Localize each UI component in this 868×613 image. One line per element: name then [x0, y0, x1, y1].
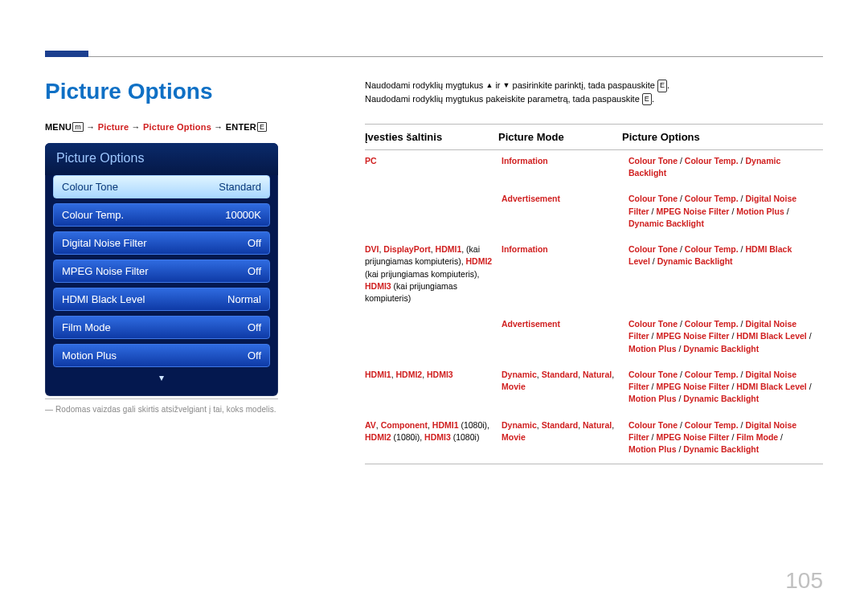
table-cell-source: DVI, DisplayPort, HDMI1, (kai prijungiam…: [365, 243, 502, 304]
table-row: HDMI1, HDMI2, HDMI3Dynamic, Standard, Na…: [365, 363, 823, 414]
page: Picture Options MENUm → Picture → Pictur…: [0, 0, 868, 613]
table-cell-mode: Information: [502, 155, 628, 179]
table-cell-token: Colour Temp.: [685, 194, 739, 203]
table-cell-token: HDMI Black Level: [736, 331, 807, 341]
table-cell-token: HDMI1: [432, 420, 459, 430]
table-cell-token: HDMI1: [436, 244, 462, 254]
table-cell-options: Colour Tone / Colour Temp. / HDMI Black …: [628, 243, 820, 304]
table-row: AdvertisementColour Tone / Colour Temp. …: [365, 187, 823, 238]
osd-row[interactable]: Digital Noise FilterOff: [53, 231, 270, 255]
table-cell-token: Colour Temp.: [685, 156, 739, 166]
table-cell-token: HDMI Black Level: [736, 382, 807, 391]
table-cell-token: Dynamic: [502, 370, 537, 379]
table-cell-token: (1080i),: [459, 420, 490, 430]
table-cell-token: Information: [502, 244, 548, 254]
table-cell-mode: Dynamic, Standard, Natural, Movie: [502, 419, 628, 456]
intro-text-part: Naudodami rodyklių mygtukus: [365, 80, 485, 90]
breadcrumb-arrow: →: [132, 122, 143, 132]
osd-row-value: Normal: [227, 293, 261, 305]
osd-row[interactable]: MPEG Noise FilterOff: [53, 260, 270, 283]
table-cell-token: Motion Plus: [628, 394, 677, 403]
options-table: Įvesties šaltinis Picture Mode Picture O…: [365, 124, 823, 464]
table-cell-source: PC: [365, 155, 502, 179]
table-cell-token: Dynamic Backlight: [683, 444, 759, 454]
table-cell-token: AV: [365, 420, 376, 430]
table-cell-token: ,: [612, 420, 614, 430]
table-cell-token: (1080i): [451, 432, 480, 442]
page-number: 105: [785, 568, 823, 594]
table-cell-token: Motion Plus: [628, 444, 677, 454]
table-cell-token: Colour Tone: [628, 156, 678, 166]
table-cell-token: Film Mode: [736, 432, 778, 442]
table-cell-options: Colour Tone / Colour Temp. / Digital Noi…: [628, 318, 820, 355]
table-cell-token: Colour Tone: [628, 194, 678, 203]
table-cell-token: (1080i),: [391, 432, 424, 442]
osd-row[interactable]: Colour ToneStandard: [53, 175, 270, 198]
table-cell-source: HDMI1, HDMI2, HDMI3: [365, 369, 502, 406]
osd-row-value: Off: [248, 321, 261, 333]
table-cell-mode: Advertisement: [502, 318, 628, 355]
left-separator: [45, 398, 278, 399]
enter-icon: E: [642, 93, 652, 106]
footnote: Rodomas vaizdas gali skirtis atsižvelgia…: [45, 405, 276, 414]
enter-icon: E: [657, 80, 667, 92]
page-heading: Picture Options: [45, 79, 212, 104]
table-cell-token: /: [677, 344, 684, 353]
table-cell-token: Motion Plus: [736, 206, 784, 216]
table-cell-token: Colour Temp.: [685, 319, 739, 329]
osd-row-label: Colour Temp.: [62, 209, 124, 221]
table-cell-token: /: [807, 331, 812, 341]
osd-row-label: Motion Plus: [62, 349, 117, 362]
table-cell-token: Colour Temp.: [685, 244, 739, 254]
table-cell-token: /: [650, 256, 657, 266]
intro-text-part: pasirinkite parinktį, tada paspauskite: [510, 80, 657, 90]
osd-row[interactable]: Film ModeOff: [53, 316, 270, 339]
osd-panel: Picture Options Colour ToneStandardColou…: [45, 143, 278, 396]
table-row: PCInformationColour Tone / Colour Temp. …: [365, 150, 823, 187]
table-row: AdvertisementColour Tone / Colour Temp. …: [365, 313, 823, 363]
breadcrumb-picture-options: Picture Options: [143, 122, 211, 132]
table-cell-token: Colour Tone: [628, 244, 678, 254]
table-cell-token: Dynamic Backlight: [683, 344, 759, 353]
table-cell-token: Standard: [542, 370, 579, 379]
intro-text-part: .: [652, 94, 654, 104]
menu-icon: m: [72, 122, 84, 132]
table-cell-source: [365, 193, 502, 230]
osd-row[interactable]: Motion PlusOff: [53, 344, 270, 367]
table-cell-token: MPEG Noise Filter: [656, 382, 729, 391]
osd-row[interactable]: HDMI Black LevelNormal: [53, 288, 270, 311]
table-cell-token: HDMI3: [424, 432, 451, 442]
table-cell-token: Colour Temp.: [685, 370, 739, 379]
table-cell-token: Information: [502, 156, 548, 166]
intro-text: Naudodami rodyklių mygtukus ▲ ir ▼ pasir…: [365, 79, 823, 105]
breadcrumb: MENUm → Picture → Picture Options → ENTE…: [45, 122, 267, 132]
osd-title: Picture Options: [45, 143, 278, 175]
osd-row-value: 10000K: [225, 209, 261, 221]
table-cell-token: Component: [381, 420, 428, 430]
table-cell-options: Colour Tone / Colour Temp. / Digital Noi…: [628, 419, 820, 456]
table-cell-token: DVI: [365, 244, 379, 254]
osd-row-label: Film Mode: [62, 321, 111, 333]
table-cell-token: /: [678, 370, 685, 379]
table-cell-token: HDMI3: [365, 281, 391, 291]
table-cell-token: Natural: [583, 370, 612, 379]
osd-row-label: Digital Noise Filter: [62, 237, 146, 249]
table-cell-token: HDMI2: [465, 256, 492, 266]
table-cell-token: /: [729, 432, 736, 442]
table-cell-token: Standard: [542, 420, 579, 430]
osd-row-value: Off: [248, 237, 261, 249]
osd-row[interactable]: Colour Temp.10000K: [53, 203, 270, 227]
table-cell-token: /: [678, 156, 685, 166]
table-cell-token: /: [678, 420, 685, 430]
table-cell-token: Colour Tone: [628, 370, 678, 379]
table-cell-mode: Dynamic, Standard, Natural, Movie: [502, 369, 628, 406]
table-cell-token: Natural: [583, 420, 612, 430]
table-row: DVI, DisplayPort, HDMI1, (kai prijungiam…: [365, 238, 823, 313]
table-cell-options: Colour Tone / Colour Temp. / Dynamic Bac…: [628, 155, 820, 179]
intro-text-part: Naudodami rodyklių mygtukus pakeiskite p…: [365, 94, 642, 104]
table-cell-options: Colour Tone / Colour Temp. / Digital Noi…: [628, 193, 820, 230]
table-header-mode: Picture Mode: [498, 125, 622, 149]
table-cell-token: HDMI3: [427, 370, 453, 379]
table-cell-token: /: [678, 319, 685, 329]
table-cell-token: Movie: [502, 432, 526, 442]
